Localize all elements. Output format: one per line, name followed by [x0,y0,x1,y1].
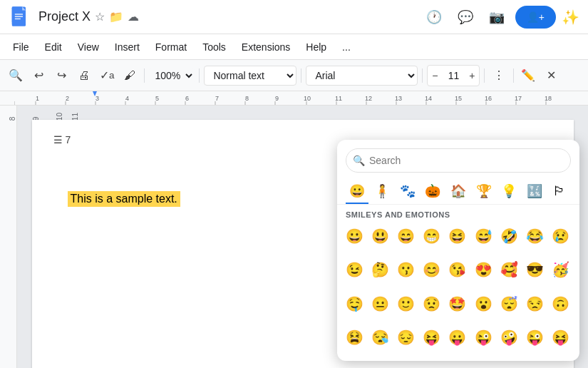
emoji-tongue-2[interactable]: 😜 [524,326,547,349]
spellcheck-button[interactable]: ✓a [97,65,117,86]
emoji-blush[interactable]: 😊 [421,258,443,281]
emoji-stuck-out-tongue-closed-eyes[interactable]: 😝 [421,326,443,349]
emoji-tongue-3[interactable]: 😝 [550,326,572,349]
emoji-sleepy[interactable]: 😪 [368,326,391,349]
font-select[interactable]: Arial Times New Roman Courier New [306,66,418,86]
emoji-joy[interactable]: 😂 [524,225,547,247]
sidebar-left: 567891011 [0,106,17,368]
svg-text:12: 12 [365,95,372,102]
svg-text:3: 3 [96,95,99,102]
close-toolbar-button[interactable]: ✕ [541,65,561,86]
edit-mode-button[interactable]: ✏️ [518,65,538,86]
title-bar: Project X ☆ 📁 ☁ 🕐 💬 📷 👤+ ✨ [0,0,588,34]
emoji-open-mouth[interactable]: 😮 [472,292,495,315]
menu-format[interactable]: Format [148,39,194,56]
sample-text[interactable]: This is a sample text. [68,191,180,207]
svg-text:11: 11 [335,95,342,102]
search-toolbar-btn[interactable]: 🔍 [6,65,26,86]
zoom-select[interactable]: 100% 75% 125% [149,68,195,83]
emoji-star-struck[interactable]: 🤩 [446,292,469,315]
emoji-tired[interactable]: 😫 [343,326,366,349]
list-icon-area: ☰ 7 [53,134,71,145]
decrease-font-size[interactable]: − [428,65,442,86]
menu-edit[interactable]: Edit [38,39,69,56]
title-section: Project X ☆ 📁 ☁ [38,9,421,24]
emoji-thinking[interactable]: 🤔 [368,258,391,281]
star-icon[interactable]: ☆ [95,10,105,24]
menu-insert[interactable]: Insert [108,39,147,56]
emoji-cat-objects[interactable]: 💡 [497,178,520,204]
emoji-grinning[interactable]: 😀 [343,225,366,247]
menu-file[interactable]: File [6,39,36,56]
emoji-kissing-heart[interactable]: 😘 [446,258,469,281]
emoji-cat-people[interactable]: 🧍 [371,178,394,204]
svg-text:9: 9 [275,95,279,102]
paint-format-button[interactable]: 🖌 [120,65,140,86]
emoji-wink[interactable]: 😉 [343,258,366,281]
menu-help[interactable]: Help [299,39,334,56]
emoji-unamused[interactable]: 😒 [524,292,547,315]
emoji-heart-eyes[interactable]: 😍 [472,258,495,281]
svg-text:5: 5 [155,95,159,102]
emoji-upside-down[interactable]: 🙃 [550,292,572,315]
emoji-cat-smileys[interactable]: 😀 [346,178,368,204]
emoji-laughing[interactable]: 😆 [446,225,469,247]
emoji-smiling-heart[interactable]: 🥰 [497,258,520,281]
redo-button[interactable]: ↪ [51,65,71,86]
emoji-kissing[interactable]: 😗 [394,258,417,281]
page-number-indicator: 7 [66,134,71,145]
emoji-rofl[interactable]: 🤣 [497,225,520,247]
emoji-sweat-smile[interactable]: 😅 [472,225,495,247]
font-size-input[interactable] [442,70,465,81]
emoji-cat-food[interactable]: 🎃 [422,178,445,204]
magic-button[interactable]: ✨ [562,9,579,26]
history-button[interactable]: 🕐 [421,4,447,30]
emoji-sleeping[interactable]: 😴 [497,292,520,315]
meet-button[interactable]: 📷 [484,4,510,30]
text-style-select[interactable]: Normal text Heading 1 Heading 2 [204,66,296,86]
emoji-cat-activities[interactable]: 🏆 [473,178,495,204]
emoji-cat-travel[interactable]: 🏠 [447,178,470,204]
emoji-zany[interactable]: 🤪 [497,326,520,349]
emoji-slightly-smiling[interactable]: 🙂 [394,292,417,315]
person-add-icon: 👤+ [527,11,545,23]
emoji-categories: 😀 🧍 🐾 🎃 🏠 🏆 💡 🔣 🏳 [337,178,579,205]
emoji-winking-tongue[interactable]: 😜 [472,326,495,349]
emoji-pensive[interactable]: 😔 [394,326,417,349]
svg-text:7: 7 [215,95,219,102]
emoji-worried[interactable]: 😟 [421,292,443,315]
menu-extensions[interactable]: Extensions [234,39,297,56]
svg-text:17: 17 [515,95,522,102]
emoji-cat-flags[interactable]: 🏳 [549,178,572,204]
share-button[interactable]: 👤+ [515,6,556,29]
menu-view[interactable]: View [71,39,106,56]
print-button[interactable]: 🖨 [74,65,94,86]
emoji-party[interactable]: 🥳 [550,258,572,281]
emoji-cat-symbols[interactable]: 🔣 [523,178,546,204]
ruler: 1 2 3 4 5 6 7 8 9 10 11 12 13 14 15 16 1… [0,91,588,106]
emoji-grin[interactable]: 😁 [421,225,443,247]
more-options-button[interactable]: ⋮ [489,65,509,86]
search-icon: 🔍 [353,155,365,166]
undo-button[interactable]: ↩ [29,65,48,86]
emoji-smiley[interactable]: 😃 [368,225,391,247]
toolbar-sep-6 [513,68,514,83]
emoji-stuck-out-tongue[interactable]: 😛 [446,326,469,349]
svg-rect-4 [15,18,21,19]
emoji-cry[interactable]: 😢 [550,225,572,247]
cloud-icon[interactable]: ☁ [128,10,139,24]
menu-more[interactable]: ... [335,39,358,56]
menu-bar: File Edit View Insert Format Tools Exten… [0,34,588,60]
svg-rect-2 [15,14,23,15]
emoji-search-input[interactable] [346,148,571,173]
folder-icon[interactable]: 📁 [109,10,123,24]
emoji-drooling[interactable]: 🤤 [343,292,366,315]
emoji-neutral[interactable]: 😐 [368,292,391,315]
increase-font-size[interactable]: + [465,65,479,86]
emoji-cat-animals[interactable]: 🐾 [396,178,419,204]
emoji-smile[interactable]: 😄 [394,225,417,247]
chat-button[interactable]: 💬 [453,4,478,30]
emoji-cool[interactable]: 😎 [524,258,547,281]
menu-tools[interactable]: Tools [195,39,233,56]
emoji-picker: 🔍 😀 🧍 🐾 🎃 🏠 🏆 💡 🔣 🏳 SMILEYS AND EMOTIONS… [337,140,579,361]
